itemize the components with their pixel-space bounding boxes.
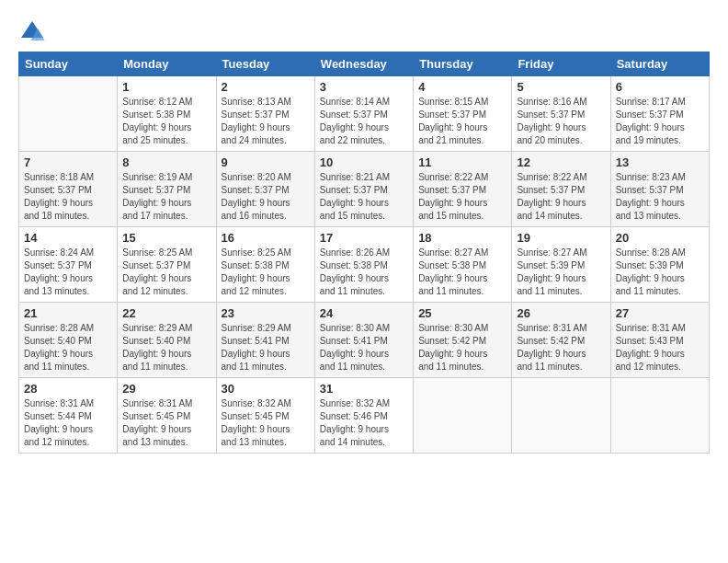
logo <box>18 18 50 46</box>
calendar-cell: 11Sunrise: 8:22 AMSunset: 5:37 PMDayligh… <box>414 152 512 227</box>
day-number: 20 <box>616 231 704 245</box>
calendar-cell: 15Sunrise: 8:25 AMSunset: 5:37 PMDayligh… <box>118 227 216 303</box>
calendar-cell <box>512 378 610 454</box>
day-info: Sunrise: 8:26 AMSunset: 5:38 PMDaylight:… <box>320 247 408 298</box>
day-info: Sunrise: 8:32 AMSunset: 5:46 PMDaylight:… <box>320 397 408 449</box>
day-info: Sunrise: 8:28 AMSunset: 5:39 PMDaylight:… <box>616 247 704 298</box>
calendar-table: SundayMondayTuesdayWednesdayThursdayFrid… <box>18 52 710 454</box>
day-number: 5 <box>517 80 605 94</box>
day-info: Sunrise: 8:30 AMSunset: 5:41 PMDaylight:… <box>320 322 408 373</box>
day-number: 30 <box>222 382 310 396</box>
col-header-sunday: Sunday <box>19 52 118 76</box>
calendar-cell: 31Sunrise: 8:32 AMSunset: 5:46 PMDayligh… <box>314 378 413 454</box>
day-info: Sunrise: 8:16 AMSunset: 5:37 PMDaylight:… <box>517 96 605 147</box>
calendar-cell: 27Sunrise: 8:31 AMSunset: 5:43 PMDayligh… <box>610 303 709 378</box>
calendar-week-3: 14Sunrise: 8:24 AMSunset: 5:37 PMDayligh… <box>19 227 710 303</box>
day-number: 7 <box>24 155 112 169</box>
calendar-cell: 6Sunrise: 8:17 AMSunset: 5:37 PMDaylight… <box>610 76 709 152</box>
day-number: 18 <box>418 231 506 245</box>
calendar-cell: 22Sunrise: 8:29 AMSunset: 5:40 PMDayligh… <box>118 303 216 378</box>
page-header <box>18 18 710 46</box>
calendar-cell <box>19 76 118 152</box>
day-number: 19 <box>517 231 605 245</box>
day-number: 25 <box>418 306 506 320</box>
calendar-cell: 21Sunrise: 8:28 AMSunset: 5:40 PMDayligh… <box>19 303 118 378</box>
day-number: 11 <box>418 155 506 169</box>
day-info: Sunrise: 8:17 AMSunset: 5:37 PMDaylight:… <box>616 96 704 147</box>
day-info: Sunrise: 8:15 AMSunset: 5:37 PMDaylight:… <box>418 96 506 147</box>
day-info: Sunrise: 8:20 AMSunset: 5:37 PMDaylight:… <box>222 171 310 223</box>
calendar-cell: 5Sunrise: 8:16 AMSunset: 5:37 PMDaylight… <box>512 76 610 152</box>
calendar-cell: 8Sunrise: 8:19 AMSunset: 5:37 PMDaylight… <box>118 152 216 227</box>
day-info: Sunrise: 8:24 AMSunset: 5:37 PMDaylight:… <box>24 247 112 298</box>
day-number: 1 <box>122 80 210 94</box>
day-number: 8 <box>122 155 210 169</box>
page-container: SundayMondayTuesdayWednesdayThursdayFrid… <box>18 18 710 454</box>
day-info: Sunrise: 8:31 AMSunset: 5:42 PMDaylight:… <box>517 322 605 373</box>
calendar-week-1: 1Sunrise: 8:12 AMSunset: 5:38 PMDaylight… <box>19 76 710 152</box>
calendar-cell: 13Sunrise: 8:23 AMSunset: 5:37 PMDayligh… <box>610 152 709 227</box>
day-info: Sunrise: 8:28 AMSunset: 5:40 PMDaylight:… <box>24 322 112 373</box>
day-info: Sunrise: 8:22 AMSunset: 5:37 PMDaylight:… <box>517 171 605 223</box>
day-info: Sunrise: 8:22 AMSunset: 5:37 PMDaylight:… <box>418 171 506 223</box>
day-number: 2 <box>222 80 310 94</box>
day-number: 17 <box>320 231 408 245</box>
day-info: Sunrise: 8:29 AMSunset: 5:40 PMDaylight:… <box>122 322 210 373</box>
day-number: 28 <box>24 382 112 396</box>
day-info: Sunrise: 8:21 AMSunset: 5:37 PMDaylight:… <box>320 171 408 223</box>
calendar-cell: 18Sunrise: 8:27 AMSunset: 5:38 PMDayligh… <box>414 227 512 303</box>
day-number: 15 <box>122 231 210 245</box>
day-info: Sunrise: 8:25 AMSunset: 5:38 PMDaylight:… <box>222 247 310 298</box>
day-number: 4 <box>418 80 506 94</box>
day-number: 9 <box>222 155 310 169</box>
calendar-cell <box>414 378 512 454</box>
calendar-cell: 23Sunrise: 8:29 AMSunset: 5:41 PMDayligh… <box>216 303 314 378</box>
logo-icon <box>18 18 46 46</box>
calendar-cell: 29Sunrise: 8:31 AMSunset: 5:45 PMDayligh… <box>118 378 216 454</box>
col-header-monday: Monday <box>118 52 216 76</box>
day-number: 22 <box>122 306 210 320</box>
calendar-cell: 24Sunrise: 8:30 AMSunset: 5:41 PMDayligh… <box>314 303 413 378</box>
day-info: Sunrise: 8:12 AMSunset: 5:38 PMDaylight:… <box>122 96 210 147</box>
col-header-tuesday: Tuesday <box>216 52 314 76</box>
day-info: Sunrise: 8:25 AMSunset: 5:37 PMDaylight:… <box>122 247 210 298</box>
day-number: 26 <box>517 306 605 320</box>
day-info: Sunrise: 8:19 AMSunset: 5:37 PMDaylight:… <box>122 171 210 223</box>
calendar-cell: 26Sunrise: 8:31 AMSunset: 5:42 PMDayligh… <box>512 303 610 378</box>
day-number: 24 <box>320 306 408 320</box>
calendar-week-4: 21Sunrise: 8:28 AMSunset: 5:40 PMDayligh… <box>19 303 710 378</box>
day-info: Sunrise: 8:13 AMSunset: 5:37 PMDaylight:… <box>222 96 310 147</box>
day-number: 3 <box>320 80 408 94</box>
col-header-saturday: Saturday <box>610 52 709 76</box>
calendar-cell: 30Sunrise: 8:32 AMSunset: 5:45 PMDayligh… <box>216 378 314 454</box>
day-number: 29 <box>122 382 210 396</box>
day-number: 12 <box>517 155 605 169</box>
day-number: 13 <box>616 155 704 169</box>
day-number: 21 <box>24 306 112 320</box>
calendar-cell: 10Sunrise: 8:21 AMSunset: 5:37 PMDayligh… <box>314 152 413 227</box>
calendar-header-row: SundayMondayTuesdayWednesdayThursdayFrid… <box>19 52 710 76</box>
calendar-cell: 28Sunrise: 8:31 AMSunset: 5:44 PMDayligh… <box>19 378 118 454</box>
day-info: Sunrise: 8:31 AMSunset: 5:45 PMDaylight:… <box>122 397 210 449</box>
calendar-week-2: 7Sunrise: 8:18 AMSunset: 5:37 PMDaylight… <box>19 152 710 227</box>
calendar-cell: 1Sunrise: 8:12 AMSunset: 5:38 PMDaylight… <box>118 76 216 152</box>
calendar-cell: 3Sunrise: 8:14 AMSunset: 5:37 PMDaylight… <box>314 76 413 152</box>
calendar-cell: 7Sunrise: 8:18 AMSunset: 5:37 PMDaylight… <box>19 152 118 227</box>
day-number: 10 <box>320 155 408 169</box>
day-info: Sunrise: 8:32 AMSunset: 5:45 PMDaylight:… <box>222 397 310 449</box>
day-number: 16 <box>222 231 310 245</box>
day-info: Sunrise: 8:14 AMSunset: 5:37 PMDaylight:… <box>320 96 408 147</box>
day-number: 14 <box>24 231 112 245</box>
calendar-cell: 4Sunrise: 8:15 AMSunset: 5:37 PMDaylight… <box>414 76 512 152</box>
day-info: Sunrise: 8:27 AMSunset: 5:39 PMDaylight:… <box>517 247 605 298</box>
day-info: Sunrise: 8:31 AMSunset: 5:44 PMDaylight:… <box>24 397 112 449</box>
day-info: Sunrise: 8:27 AMSunset: 5:38 PMDaylight:… <box>418 247 506 298</box>
day-info: Sunrise: 8:31 AMSunset: 5:43 PMDaylight:… <box>616 322 704 373</box>
calendar-cell: 20Sunrise: 8:28 AMSunset: 5:39 PMDayligh… <box>610 227 709 303</box>
calendar-cell: 19Sunrise: 8:27 AMSunset: 5:39 PMDayligh… <box>512 227 610 303</box>
day-info: Sunrise: 8:18 AMSunset: 5:37 PMDaylight:… <box>24 171 112 223</box>
day-number: 23 <box>222 306 310 320</box>
col-header-thursday: Thursday <box>414 52 512 76</box>
day-number: 6 <box>616 80 704 94</box>
calendar-cell: 25Sunrise: 8:30 AMSunset: 5:42 PMDayligh… <box>414 303 512 378</box>
